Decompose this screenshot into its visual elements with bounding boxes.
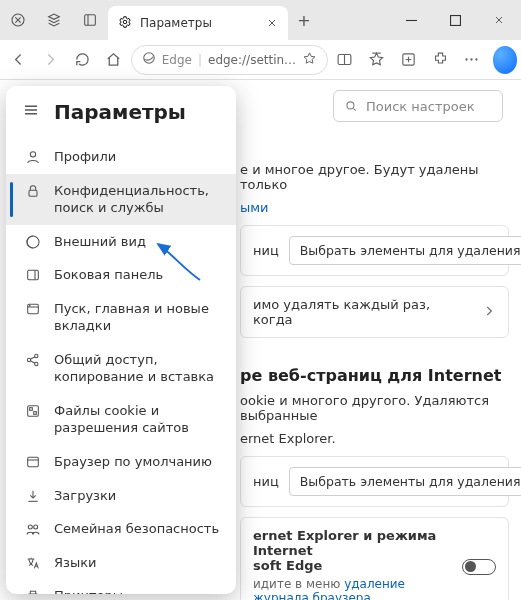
- home-button[interactable]: [99, 43, 129, 77]
- svg-point-7: [466, 58, 468, 60]
- sidebar-icon: [24, 267, 42, 283]
- svg-rect-13: [28, 271, 39, 280]
- cookies-icon: [24, 403, 42, 419]
- clear-data-row: ниц Выбрать элементы для удаления: [240, 225, 509, 276]
- svg-point-9: [476, 58, 478, 60]
- svg-point-23: [28, 525, 32, 529]
- svg-rect-11: [29, 190, 37, 196]
- tab-title: Параметры: [140, 16, 258, 30]
- svg-rect-22: [28, 457, 39, 466]
- vertical-tabs-icon[interactable]: [72, 12, 108, 28]
- nav-appearance[interactable]: Внешний вид: [6, 225, 236, 259]
- nav-default-browser[interactable]: Браузер по умолчанию: [6, 445, 236, 479]
- text-fragment: ookie и многого другого. Удаляются выбра…: [240, 393, 489, 423]
- settings-nav[interactable]: Профили Конфиденциальность, поиск и служ…: [6, 132, 236, 594]
- svg-point-10: [30, 152, 35, 157]
- extensions-icon[interactable]: [425, 43, 455, 77]
- row-title-fragment: ernet Explorer и режима Internet: [253, 528, 452, 558]
- svg-rect-1: [85, 15, 96, 26]
- text-fragment: идите в меню: [253, 577, 344, 591]
- svg-point-8: [471, 58, 473, 60]
- choose-items-button-2[interactable]: Выбрать элементы для удаления: [289, 467, 521, 496]
- start-icon: [24, 301, 42, 317]
- nav-printers[interactable]: Принтеры: [6, 579, 236, 594]
- text-fragment: ernet Explorer.: [240, 431, 336, 446]
- close-tab-icon[interactable]: [266, 14, 278, 33]
- row-label-fragment: ниц: [253, 474, 279, 489]
- more-menu-icon[interactable]: [457, 43, 487, 77]
- clear-on-close-row[interactable]: имо удалять каждый раз, когда: [240, 286, 509, 338]
- row-title-fragment: soft Edge: [253, 558, 452, 573]
- search-placeholder: Поиск настроек: [366, 99, 475, 114]
- lock-icon: [24, 183, 42, 199]
- nav-start[interactable]: Пуск, главная и новые вкладки: [6, 292, 236, 343]
- settings-main: Поиск настроек e и многое другое. Будут …: [240, 80, 521, 600]
- svg-point-15: [29, 305, 30, 306]
- window-titlebar: Параметры +: [0, 0, 521, 40]
- chevron-right-icon: [482, 304, 496, 321]
- close-window-button[interactable]: [477, 0, 521, 40]
- back-button[interactable]: [4, 43, 34, 77]
- profile-icon: [24, 149, 42, 165]
- split-screen-icon[interactable]: [330, 43, 360, 77]
- favorites-icon[interactable]: [362, 43, 392, 77]
- browser-tab[interactable]: Параметры: [108, 6, 288, 40]
- section-heading-fragment: ре веб-страниц для Internet: [240, 366, 509, 385]
- settings-search[interactable]: Поиск настроек: [333, 90, 503, 122]
- download-icon: [24, 488, 42, 504]
- text-fragment: e и многое другое. Будут удалены только: [240, 162, 479, 192]
- profile-avatar[interactable]: [493, 46, 517, 74]
- svg-point-29: [347, 102, 354, 109]
- new-tab-button[interactable]: +: [288, 11, 320, 30]
- favorite-star-icon[interactable]: [302, 51, 317, 69]
- choose-items-button[interactable]: Выбрать элементы для удаления: [289, 236, 521, 265]
- collections-toolbar-icon[interactable]: [394, 43, 424, 77]
- browser-icon: [24, 454, 42, 470]
- svg-rect-3: [450, 15, 460, 25]
- ie-mode-toggle-row: ernet Explorer и режима Internet soft Ed…: [240, 517, 509, 600]
- edge-logo-icon: [142, 51, 156, 68]
- clear-ie-data-row: ниц Выбрать элементы для удаления: [240, 456, 509, 507]
- nav-family[interactable]: Семейная безопасность: [6, 512, 236, 546]
- settings-sidebar: Параметры Профили Конфиденциальность, по…: [6, 86, 236, 594]
- svg-point-24: [34, 525, 38, 529]
- nav-downloads[interactable]: Загрузки: [6, 479, 236, 513]
- row-label-fragment: имо удалять каждый раз, когда: [253, 297, 472, 327]
- share-icon: [24, 352, 42, 368]
- printer-icon: [24, 588, 42, 594]
- search-icon: [344, 99, 358, 113]
- collections-icon[interactable]: [36, 12, 72, 28]
- svg-point-2: [123, 20, 127, 24]
- nav-privacy[interactable]: Конфиденциальность, поиск и службы: [6, 174, 236, 225]
- address-bar[interactable]: Edge | edge://settin…: [131, 45, 328, 75]
- family-icon: [24, 521, 42, 537]
- minimize-button[interactable]: [389, 0, 433, 40]
- refresh-button[interactable]: [67, 43, 97, 77]
- gear-icon: [118, 14, 132, 33]
- nav-share[interactable]: Общий доступ, копирование и вставка: [6, 343, 236, 394]
- maximize-button[interactable]: [433, 0, 477, 40]
- page-content: Параметры Профили Конфиденциальность, по…: [0, 80, 521, 600]
- site-identity: Edge: [162, 53, 192, 67]
- svg-rect-21: [34, 412, 37, 415]
- hamburger-icon[interactable]: [22, 101, 40, 123]
- nav-cookies[interactable]: Файлы cookie и разрешения сайтов: [6, 394, 236, 445]
- row-label-fragment: ниц: [253, 243, 279, 258]
- language-icon: [24, 555, 42, 571]
- link-fragment[interactable]: ыми: [240, 200, 269, 215]
- forward-button[interactable]: [36, 43, 66, 77]
- url-text: edge://settin…: [208, 53, 296, 67]
- svg-rect-20: [30, 408, 33, 411]
- workspace-icon[interactable]: [0, 12, 36, 28]
- nav-profiles[interactable]: Профили: [6, 140, 236, 174]
- browser-toolbar: Edge | edge://settin…: [0, 40, 521, 80]
- settings-title: Параметры: [54, 100, 186, 124]
- appearance-icon: [24, 234, 42, 250]
- nav-sidebar[interactable]: Боковая панель: [6, 258, 236, 292]
- nav-languages[interactable]: Языки: [6, 546, 236, 580]
- toggle-switch[interactable]: [462, 559, 496, 575]
